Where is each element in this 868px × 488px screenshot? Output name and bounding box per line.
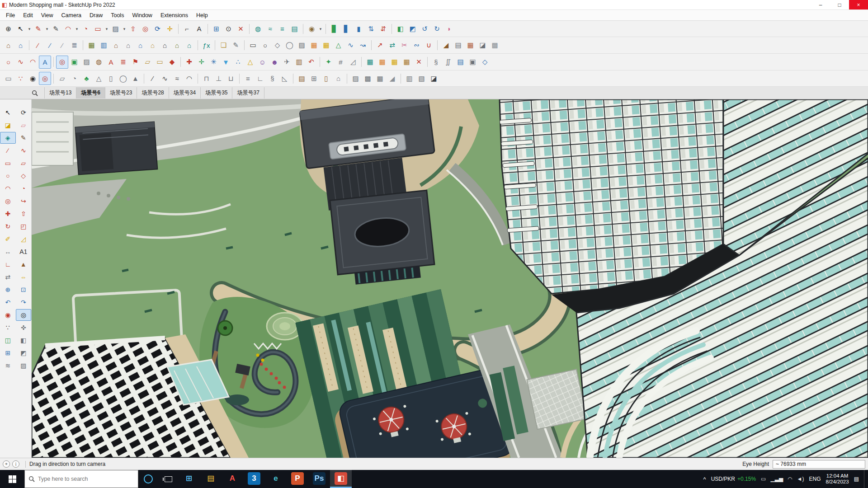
cylinder-tool[interactable]: ▯ [105,72,117,85]
grid-teal-tool[interactable]: ▦ [364,56,376,69]
fence-tool[interactable]: ≣ [68,39,80,52]
smooth-curve-tool[interactable]: ↺ [419,22,431,35]
circle-outline-tool[interactable]: ○ [259,39,271,52]
plane-gray-tool[interactable]: ✈ [281,56,293,69]
warning-triangle-tool[interactable]: △ [244,56,256,69]
scale-tool[interactable]: ◰ [16,221,32,232]
map-grid-tool[interactable]: ▤ [288,22,301,35]
zoom-tool[interactable]: ⊕ [0,284,16,296]
material-green-tool[interactable]: ▣ [68,56,80,69]
table-tool[interactable]: ⊥ [212,72,225,85]
zoom-search-tool[interactable]: ⊙ [222,22,235,35]
pie-tool[interactable]: ◔ [80,22,92,35]
zoom-window-tool[interactable]: ⊞ [210,22,222,35]
donut-tool[interactable]: ◍ [93,56,105,69]
arc-tool[interactable]: ◠ [0,183,16,194]
fx-functions-tool[interactable]: ƒx [200,39,212,52]
move-tool[interactable]: ✚ [0,208,16,220]
weld-tool[interactable]: ∾ [410,39,423,52]
dotted-path-tool[interactable]: ∵ [14,72,27,85]
ribbon-pink-tool[interactable]: ◗ [443,22,455,35]
stairs-straight-tool[interactable]: ≡ [242,72,254,85]
line-gray-tool[interactable]: ∕ [56,39,68,52]
flag-tool[interactable]: ⚑ [129,56,142,69]
roof-house-tool[interactable]: ⌂ [332,72,344,85]
start-button[interactable] [0,470,24,488]
wifi-icon[interactable]: ◠ [788,476,792,482]
door-tool[interactable]: ▯ [320,72,332,85]
loft-tool[interactable]: ≈ [171,72,183,85]
layers-stack-tool[interactable]: ≡ [276,22,288,35]
app-acrobat[interactable]: A [222,470,243,488]
spiral-section-tool[interactable]: § [430,56,442,69]
tape-measure-tool[interactable]: ✐ [0,233,16,245]
keyboard-grid-tool[interactable]: ▤ [454,56,467,69]
list-lines-tool[interactable]: ≣ [117,56,129,69]
hatch-rectangle-dropdown[interactable]: ▾ [122,22,127,35]
look-around-tool[interactable]: ◎ [16,309,32,321]
scene-tab-13[interactable]: 场景号13 [44,87,76,99]
bend-curve-tool[interactable]: ↻ [431,22,443,35]
folder-slant-tool[interactable]: ▱ [142,56,154,69]
menu-extensions[interactable]: Extensions [156,12,192,19]
window-pane-tool[interactable]: ⊞ [308,72,320,85]
extrude-wave-tool[interactable]: ∿ [159,72,171,85]
paint-bucket-tool[interactable]: ◪ [0,119,16,131]
hidden-icons-chevron[interactable]: ^ [703,476,706,483]
menu-window[interactable]: Window [128,12,156,19]
report-blue-tool[interactable]: ▋ [340,22,353,35]
pan-hand-tool[interactable]: ⇔ [16,271,32,283]
menu-tools[interactable]: Tools [107,12,128,19]
turn-compass-tool[interactable]: ✜ [16,322,32,333]
undo-red-tool[interactable]: ↶ [305,56,317,69]
target-circle-tool[interactable]: ◎ [56,56,68,69]
terrain-waves-tool[interactable]: ≈ [264,22,276,35]
plank-tool[interactable]: ▭ [154,56,166,69]
language-indicator[interactable]: ENG [809,476,821,482]
rotated-rectangle-tool[interactable]: ▱ [16,157,32,169]
orbit-tool[interactable]: ⟳ [16,107,32,118]
cone-tool[interactable]: ▲ [129,72,142,85]
stairs-corner-tool[interactable]: ∟ [254,72,266,85]
layout-panel-tool[interactable]: ▥ [403,72,415,85]
eraser-tool[interactable]: ▱ [16,119,32,131]
texture-tile-tool[interactable]: ▩ [489,39,501,52]
grid-orange2-tool[interactable]: ▦ [376,56,388,69]
eye-height-field[interactable]: ~ 76933 mm [773,460,865,469]
brick-wall-tool[interactable]: ▦ [464,39,476,52]
stairs-panel-tool[interactable]: ▤ [452,39,464,52]
eye-view-tool[interactable]: ◉ [27,72,39,85]
text-tool[interactable]: A [193,22,205,35]
app-ms-store[interactable]: ⊞ [178,470,200,488]
magnet-arc-tool[interactable]: ∪ [423,39,435,52]
scene-tab-35[interactable]: 场景号35 [201,87,232,99]
hatch-a-tool[interactable]: ▨ [349,72,362,85]
curve-wave-tool[interactable]: ∿ [344,39,357,52]
dark-shade-tool[interactable]: ◪ [428,72,440,85]
select-dropdown[interactable]: ▾ [27,22,32,35]
rotate-tool[interactable]: ↻ [0,221,16,232]
house-gray-tool[interactable]: ⌂ [122,39,134,52]
zoom-extents-tool[interactable]: ⊞ [0,347,16,359]
sofa-tool[interactable]: ⊔ [225,72,237,85]
arc-tool[interactable]: ◠ [62,22,74,35]
rectangle-tool[interactable]: ▭ [92,22,104,35]
house-teal-tool[interactable]: ⌂ [183,39,195,52]
people-green-tool[interactable]: ✦ [322,56,335,69]
chair-tool[interactable]: ⊓ [200,72,212,85]
copy-arrows-tool[interactable]: ⇄ [0,271,16,283]
crate-brown-tool[interactable]: ▥ [293,56,305,69]
info-icon[interactable]: i [12,460,19,468]
fog-toggle-tool[interactable]: ≋ [0,360,16,371]
pattern-diag-tool[interactable]: ▧ [415,72,428,85]
pushpull-tool[interactable]: ⇧ [127,22,139,35]
double-curve-tool[interactable]: ∬ [442,56,454,69]
app-edge[interactable]: e [265,470,287,488]
polygon-tool[interactable]: ◇ [16,170,32,182]
viewport-3d-model[interactable] [32,99,868,458]
menu-file[interactable]: File [2,12,19,19]
move-cross-tool[interactable]: ✚ [183,56,195,69]
compass-dropdown[interactable]: ▾ [318,22,323,35]
hatch-fill-tool[interactable]: ▨ [296,39,308,52]
grid-gold-tool[interactable]: ▦ [401,56,413,69]
